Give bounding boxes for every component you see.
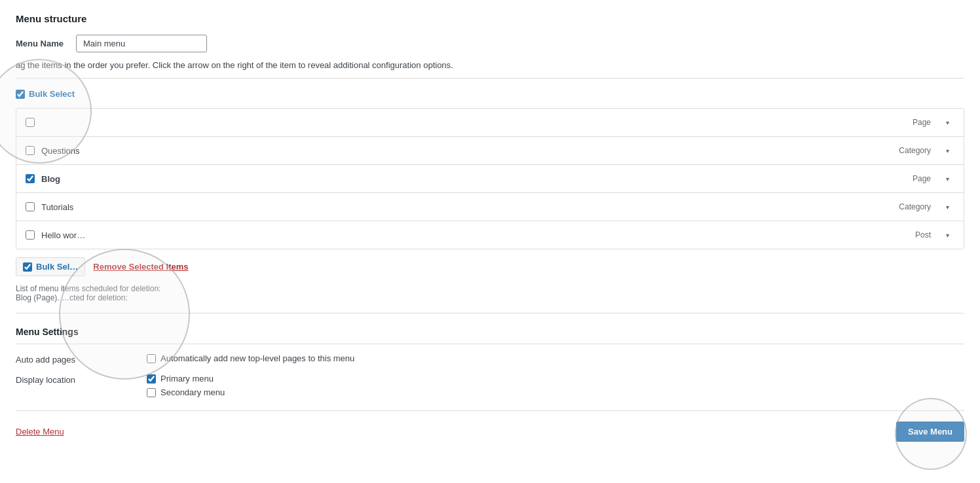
bulk-select-top-label: Bulk Select [29, 89, 75, 99]
display-location-controls: Primary menu Secondary menu [147, 374, 225, 397]
item-type-4: Category [899, 202, 931, 211]
item-checkbox-2[interactable] [26, 146, 35, 155]
menu-name-label: Menu Name [16, 39, 68, 48]
page-wrapper: Menu structure Menu Name ag the items in… [0, 0, 980, 483]
section-title: Menu structure [16, 13, 964, 24]
display-location-label: Display location [16, 374, 134, 385]
item-checkbox-5[interactable] [26, 230, 35, 240]
footer-row: Delete Menu Save Menu [16, 410, 964, 442]
item-dropdown-3[interactable]: ▾ [940, 171, 954, 186]
item-dropdown-4[interactable]: ▾ [940, 200, 954, 214]
display-location-row: Display location Primary menu Secondary … [16, 374, 964, 397]
item-name-5: Hello wor… [41, 230, 909, 240]
item-name-4: Tutorials [41, 202, 892, 212]
menu-settings-section: Menu Settings Auto add pages Automatical… [16, 327, 964, 397]
item-name-3: Blog [41, 174, 906, 184]
bulk-select-top[interactable]: Bulk Select [16, 89, 964, 99]
primary-menu-row: Primary menu [147, 374, 225, 384]
save-menu-button[interactable]: Save Menu [896, 421, 964, 442]
bulk-select-top-checkbox[interactable] [16, 90, 25, 99]
primary-menu-label[interactable]: Primary menu [160, 374, 214, 384]
bottom-controls: Bulk Sel… Remove Selected Items [16, 257, 964, 276]
bulk-select-bottom-label: Bulk Sel… [36, 262, 78, 272]
table-row: Hello wor… Post ▾ [16, 221, 964, 249]
auto-add-checkbox[interactable] [147, 354, 156, 363]
bulk-select-bottom-checkbox[interactable] [23, 262, 32, 272]
auto-add-controls: Automatically add new top-level pages to… [147, 353, 354, 363]
item-checkbox-3[interactable] [26, 174, 35, 183]
drag-instruction-text: ag the items in the order you prefer. Cl… [16, 60, 453, 70]
auto-add-pages-row: Auto add pages Automatically add new top… [16, 353, 964, 365]
table-row: Page ▾ [16, 109, 964, 137]
delete-menu-button[interactable]: Delete Menu [16, 427, 64, 437]
item-dropdown-1[interactable]: ▾ [940, 115, 954, 130]
item-type-5: Post [915, 230, 931, 240]
deletion-info-suffix: …cted for deletion: [62, 293, 128, 302]
deletion-info-line2: Blog (Page). [16, 293, 60, 302]
auto-add-checkbox-row: Automatically add new top-level pages to… [147, 353, 354, 363]
table-row: Questions Category ▾ [16, 137, 964, 165]
remove-selected-button[interactable]: Remove Selected Items [93, 262, 188, 272]
drag-instruction: ag the items in the order you prefer. Cl… [16, 60, 964, 79]
secondary-menu-label[interactable]: Secondary menu [160, 387, 225, 397]
table-row: Tutorials Category ▾ [16, 193, 964, 221]
menu-items-list: Page ▾ Questions Category ▾ Blog Page ▾ … [16, 108, 964, 249]
item-type-2: Category [899, 146, 931, 155]
item-type-1: Page [913, 118, 931, 127]
deletion-info: List of menu items scheduled for deletio… [16, 284, 964, 313]
table-row: Blog Page ▾ [16, 165, 964, 193]
item-dropdown-2[interactable]: ▾ [940, 143, 954, 158]
secondary-menu-checkbox[interactable] [147, 388, 156, 397]
auto-add-pages-label: Auto add pages [16, 353, 134, 365]
item-type-3: Page [913, 174, 931, 183]
item-name-2: Questions [41, 146, 892, 156]
auto-add-checkbox-label[interactable]: Automatically add new top-level pages to… [160, 353, 354, 363]
secondary-menu-row: Secondary menu [147, 387, 225, 397]
menu-name-input[interactable] [76, 35, 207, 52]
item-checkbox-1[interactable] [26, 118, 35, 127]
item-checkbox-4[interactable] [26, 202, 35, 211]
bulk-select-bottom[interactable]: Bulk Sel… [16, 257, 85, 276]
deletion-info-line1: List of menu items scheduled for deletio… [16, 284, 160, 293]
item-dropdown-5[interactable]: ▾ [940, 228, 954, 242]
menu-settings-title: Menu Settings [16, 327, 964, 344]
menu-name-row: Menu Name [16, 35, 964, 52]
primary-menu-checkbox[interactable] [147, 374, 156, 384]
